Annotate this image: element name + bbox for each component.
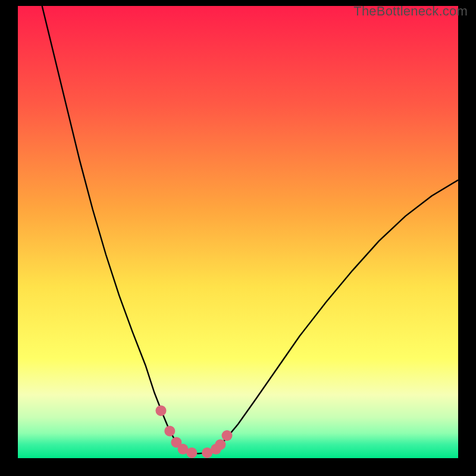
plot-area — [18, 6, 458, 458]
bottleneck-chart — [18, 6, 458, 458]
watermark-text: TheBottleneck.com — [353, 4, 468, 19]
bottleneck-marker — [186, 447, 197, 458]
bottleneck-marker — [222, 430, 233, 441]
bottleneck-marker — [156, 405, 167, 416]
bottleneck-marker — [164, 425, 175, 436]
chart-frame: TheBottleneck.com — [0, 0, 476, 476]
gradient-background — [18, 6, 458, 458]
bottleneck-marker — [215, 439, 226, 450]
